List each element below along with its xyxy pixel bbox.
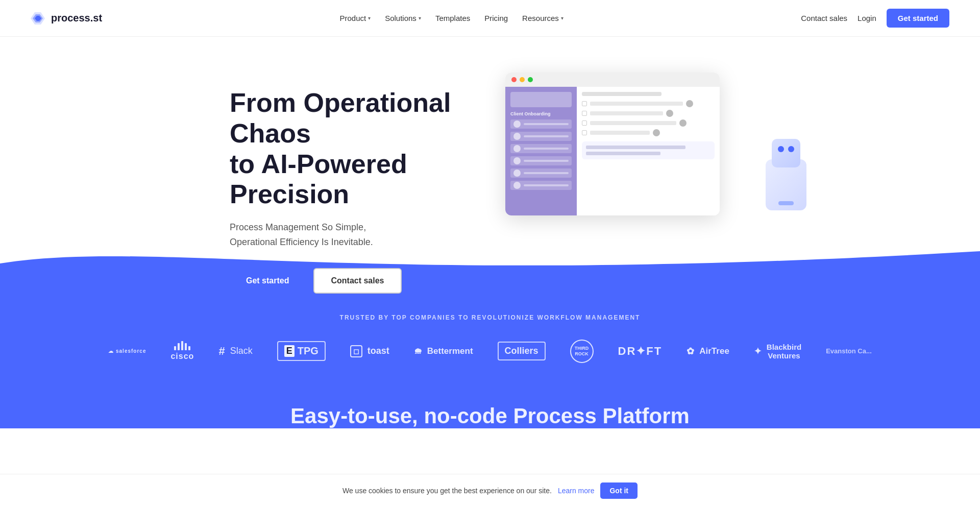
hero-get-started-button[interactable]: Get started xyxy=(230,268,305,294)
wave-background xyxy=(0,233,980,294)
blackbird-logo: ✦ BlackbirdVentures xyxy=(754,343,801,360)
robot-eyes xyxy=(772,139,800,152)
nav-links: Product ▾ Solutions ▾ Templates Pricing … xyxy=(339,14,563,22)
mock-ai-text xyxy=(586,152,660,155)
mock-line xyxy=(524,123,569,125)
logos-row: ☁ salesforce cisco # Slack E TPG xyxy=(20,340,960,363)
mock-text xyxy=(590,131,650,135)
mock-checkbox xyxy=(582,101,587,106)
mock-avatar-sm xyxy=(679,119,687,127)
mock-line xyxy=(524,148,569,150)
bottom-teaser-text: Easy-to-use, no-code Process Platform xyxy=(20,404,960,428)
trusted-section: TRUSTED BY TOP COMPANIES TO REVOLUTIONIZ… xyxy=(0,294,980,394)
robot-head xyxy=(772,139,800,167)
mock-avatar-sm xyxy=(686,100,693,107)
logo[interactable]: process.st xyxy=(31,10,102,27)
mock-sidebar-item xyxy=(510,181,572,190)
window-maximize-dot xyxy=(528,77,533,82)
toast-logo: ◻ toast xyxy=(350,345,389,357)
chevron-down-icon: ▾ xyxy=(419,15,421,21)
window-minimize-dot xyxy=(520,77,525,82)
drift-logo: DR✦FT xyxy=(618,345,663,358)
robot-display xyxy=(778,201,794,205)
nav-resources[interactable]: Resources ▾ xyxy=(522,14,564,22)
mock-avatar xyxy=(513,157,521,164)
salesforce-logo: ☁ salesforce xyxy=(108,348,146,354)
mock-avatar-sm xyxy=(666,110,673,117)
mock-ai-text xyxy=(586,146,685,149)
robot-body xyxy=(766,159,806,210)
third-rock-logo: THIRDROCK xyxy=(570,340,594,363)
nav-solutions[interactable]: Solutions ▾ xyxy=(385,14,421,22)
window-titlebar xyxy=(505,73,720,87)
mock-avatar xyxy=(513,145,521,152)
mock-line xyxy=(524,184,569,186)
mock-body: Client Onboarding xyxy=(505,87,720,215)
mock-main-content xyxy=(577,87,720,215)
mock-text xyxy=(590,121,676,125)
mock-row xyxy=(582,129,715,136)
mock-sidebar-title: Client Onboarding xyxy=(510,111,572,116)
hero-subtitle: Process Management So Simple, Operationa… xyxy=(230,220,475,250)
contact-sales-link[interactable]: Contact sales xyxy=(801,14,847,22)
mock-row xyxy=(582,119,715,127)
nav-pricing[interactable]: Pricing xyxy=(484,14,508,22)
robot-eye-left xyxy=(778,146,784,152)
mock-row xyxy=(582,100,715,107)
mock-line xyxy=(524,135,569,137)
hero-section: From Operational Chaos to AI-Powered Pre… xyxy=(0,37,980,294)
navbar: process.st Product ▾ Solutions ▾ Templat… xyxy=(0,0,980,37)
mock-sidebar: Client Onboarding xyxy=(505,87,577,215)
login-link[interactable]: Login xyxy=(857,14,876,22)
mock-checkbox xyxy=(582,111,587,116)
logo-icon xyxy=(31,10,47,27)
chevron-down-icon: ▾ xyxy=(368,15,371,21)
mock-avatar xyxy=(513,120,521,128)
mock-sidebar-item xyxy=(510,144,572,153)
slack-logo: # Slack xyxy=(218,345,252,358)
robot-eye-right xyxy=(788,146,794,152)
nav-actions: Contact sales Login Get started xyxy=(801,9,949,28)
mock-avatar xyxy=(513,170,521,177)
app-screenshot: Client Onboarding xyxy=(505,73,720,215)
mock-line xyxy=(524,160,569,162)
logo-text: process.st xyxy=(51,12,102,24)
evanston-logo: Evanston Ca... xyxy=(826,347,872,355)
hero-buttons: Get started Contact sales xyxy=(230,268,475,294)
mock-line xyxy=(524,172,569,174)
robot-illustration xyxy=(766,159,806,210)
mock-checkbox xyxy=(582,130,587,135)
betterment-logo: 🌧 Betterment xyxy=(414,346,473,356)
nav-templates[interactable]: Templates xyxy=(435,14,470,22)
airtree-logo: ✿ AirTree xyxy=(687,346,729,357)
mock-avatar-sm xyxy=(653,129,660,136)
mock-heading xyxy=(582,92,662,96)
bottom-teaser: Easy-to-use, no-code Process Platform xyxy=(0,394,980,428)
mock-sidebar-item xyxy=(510,132,572,141)
mock-row xyxy=(582,110,715,117)
hero-content: From Operational Chaos to AI-Powered Pre… xyxy=(230,78,475,294)
hero-contact-sales-button[interactable]: Contact sales xyxy=(313,268,401,294)
mock-avatar xyxy=(513,182,521,189)
get-started-button[interactable]: Get started xyxy=(887,9,949,28)
mock-text xyxy=(590,102,683,106)
trusted-label: TRUSTED BY TOP COMPANIES TO REVOLUTIONIZ… xyxy=(20,314,960,321)
wave-svg xyxy=(0,233,980,294)
mock-sidebar-header xyxy=(510,92,572,107)
hero-image: Client Onboarding xyxy=(505,78,750,215)
tpg-logo: E TPG xyxy=(277,341,326,361)
colliers-logo: Colliers xyxy=(498,342,546,360)
cisco-logo: cisco xyxy=(170,341,194,361)
mock-sidebar-item xyxy=(510,119,572,129)
chevron-down-icon: ▾ xyxy=(561,15,564,21)
window-close-dot xyxy=(511,77,517,82)
mock-ai-panel xyxy=(582,141,715,159)
nav-product[interactable]: Product ▾ xyxy=(339,14,371,22)
mock-sidebar-item xyxy=(510,168,572,178)
mock-text xyxy=(590,111,663,115)
hero-title: From Operational Chaos to AI-Powered Pre… xyxy=(230,88,475,210)
mock-checkbox xyxy=(582,120,587,126)
mock-sidebar-item xyxy=(510,156,572,165)
mock-avatar xyxy=(513,133,521,140)
